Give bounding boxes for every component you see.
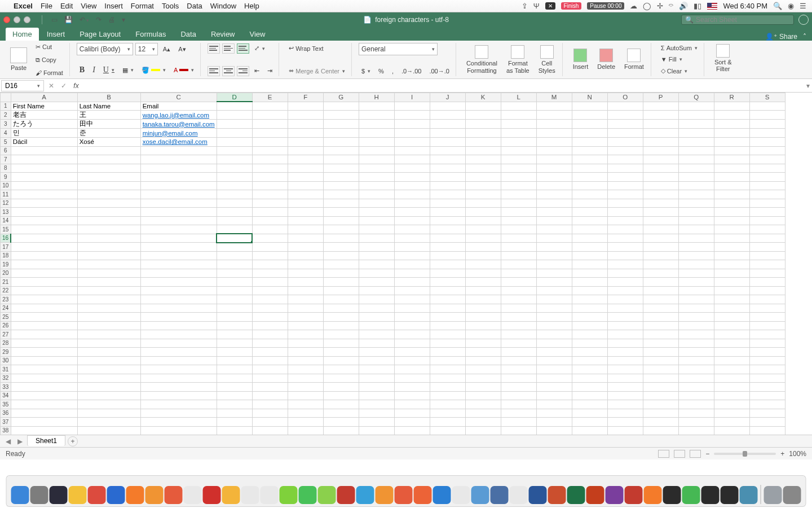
- dock-app-5[interactable]: [107, 486, 125, 504]
- cell-N32[interactable]: [572, 374, 607, 383]
- cell-J10[interactable]: [430, 181, 465, 190]
- cell-M37[interactable]: [536, 418, 572, 427]
- email-link[interactable]: minjun@email.com: [143, 130, 198, 137]
- cell-L18[interactable]: [501, 251, 536, 260]
- cell-O30[interactable]: [607, 356, 643, 365]
- row-header-24[interactable]: 24: [1, 304, 11, 313]
- cell-B16[interactable]: [77, 234, 140, 243]
- qat-undo-button[interactable]: ↶: [80, 16, 89, 24]
- spotlight-icon[interactable]: 🔍: [773, 2, 782, 10]
- cell-P21[interactable]: [643, 278, 678, 287]
- cell-D32[interactable]: [217, 374, 252, 383]
- cell-R35[interactable]: [714, 400, 749, 409]
- cell-P34[interactable]: [643, 391, 678, 400]
- cell-N24[interactable]: [572, 304, 607, 313]
- cell-D23[interactable]: [217, 295, 252, 304]
- col-header-C[interactable]: C: [140, 93, 217, 102]
- cell-C21[interactable]: [140, 278, 217, 287]
- col-header-B[interactable]: B: [77, 93, 140, 102]
- cell-Q18[interactable]: [678, 251, 714, 260]
- cell-P31[interactable]: [643, 365, 678, 374]
- cell-D25[interactable]: [217, 313, 252, 322]
- number-format-combo[interactable]: General▾: [359, 43, 438, 55]
- increase-font-button[interactable]: A▴: [160, 44, 173, 55]
- cell-B14[interactable]: [77, 216, 140, 225]
- qat-save-icon[interactable]: 💾: [64, 16, 73, 24]
- insert-cells-button[interactable]: Insert: [570, 47, 592, 71]
- cell-C24[interactable]: [140, 304, 217, 313]
- col-header-L[interactable]: L: [501, 93, 536, 102]
- cell-S28[interactable]: [749, 339, 785, 348]
- cell-D1[interactable]: [217, 102, 252, 111]
- row-header-27[interactable]: 27: [1, 330, 11, 339]
- cell-O14[interactable]: [607, 216, 643, 225]
- cell-H25[interactable]: [359, 313, 394, 322]
- cell-C3[interactable]: tanaka.tarou@email.com: [140, 120, 217, 129]
- row-header-25[interactable]: 25: [1, 313, 11, 322]
- cell-M2[interactable]: [536, 111, 572, 120]
- cell-E13[interactable]: [252, 208, 288, 217]
- cell-N37[interactable]: [572, 418, 607, 427]
- cell-F38[interactable]: [288, 426, 323, 435]
- row-header-13[interactable]: 13: [1, 208, 11, 217]
- cell-M32[interactable]: [536, 374, 572, 383]
- cell-J24[interactable]: [430, 304, 465, 313]
- cell-R11[interactable]: [714, 190, 749, 199]
- cell-Q36[interactable]: [678, 409, 714, 418]
- delete-cells-button[interactable]: Delete: [594, 47, 619, 71]
- cell-S11[interactable]: [749, 190, 785, 199]
- cell-J28[interactable]: [430, 339, 465, 348]
- cell-I4[interactable]: [394, 129, 430, 138]
- cell-L33[interactable]: [501, 383, 536, 392]
- cell-R29[interactable]: [714, 348, 749, 357]
- cell-J37[interactable]: [430, 418, 465, 427]
- cell-P24[interactable]: [643, 304, 678, 313]
- cell-F19[interactable]: [288, 260, 323, 269]
- row-header-38[interactable]: 38: [1, 426, 11, 435]
- dock-app-3[interactable]: [69, 486, 87, 504]
- cell-E33[interactable]: [252, 383, 288, 392]
- cell-P29[interactable]: [643, 348, 678, 357]
- cell-E27[interactable]: [252, 330, 288, 339]
- cell-A5[interactable]: Dácil: [11, 138, 77, 147]
- cell-I1[interactable]: [394, 102, 430, 111]
- cell-B36[interactable]: [77, 409, 140, 418]
- cell-G19[interactable]: [323, 260, 359, 269]
- cell-S34[interactable]: [749, 391, 785, 400]
- cell-K33[interactable]: [465, 383, 501, 392]
- cell-I21[interactable]: [394, 278, 430, 287]
- row-header-32[interactable]: 32: [1, 374, 11, 383]
- cell-D30[interactable]: [217, 356, 252, 365]
- cell-G21[interactable]: [323, 278, 359, 287]
- menu-window[interactable]: Window: [210, 2, 236, 10]
- align-center-button[interactable]: [222, 66, 235, 76]
- cell-L31[interactable]: [501, 365, 536, 374]
- cell-B8[interactable]: [77, 164, 140, 173]
- cell-F10[interactable]: [288, 181, 323, 190]
- cell-O28[interactable]: [607, 339, 643, 348]
- cell-L16[interactable]: [501, 234, 536, 243]
- ribbon-collapse-icon[interactable]: ˄: [803, 33, 806, 41]
- cell-H18[interactable]: [359, 251, 394, 260]
- cell-Q9[interactable]: [678, 173, 714, 182]
- cell-G26[interactable]: [323, 321, 359, 330]
- cell-M14[interactable]: [536, 216, 572, 225]
- cell-I38[interactable]: [394, 426, 430, 435]
- dock-app-9[interactable]: [184, 486, 202, 504]
- cell-J23[interactable]: [430, 295, 465, 304]
- cell-F6[interactable]: [288, 146, 323, 155]
- cloud-icon[interactable]: ☁: [630, 2, 637, 10]
- cell-R26[interactable]: [714, 321, 749, 330]
- cell-B31[interactable]: [77, 365, 140, 374]
- cell-F2[interactable]: [288, 111, 323, 120]
- qat-autosave-icon[interactable]: ▭: [51, 16, 58, 24]
- cell-C1[interactable]: Email: [140, 102, 217, 111]
- font-size-combo[interactable]: 12▾: [135, 43, 158, 55]
- cell-H11[interactable]: [359, 190, 394, 199]
- cell-E26[interactable]: [252, 321, 288, 330]
- cell-B12[interactable]: [77, 199, 140, 208]
- cell-B20[interactable]: [77, 269, 140, 278]
- row-header-20[interactable]: 20: [1, 269, 11, 278]
- cell-N19[interactable]: [572, 260, 607, 269]
- col-header-G[interactable]: G: [323, 93, 359, 102]
